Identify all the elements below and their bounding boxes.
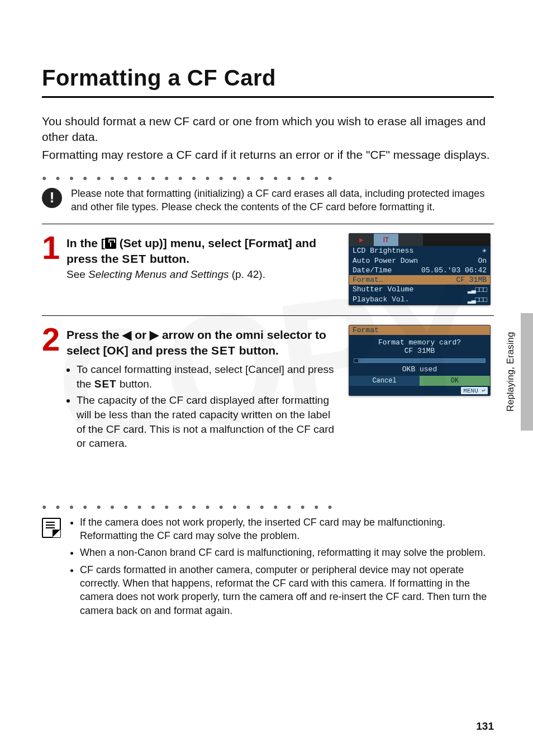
- divider-dots: ● ● ● ● ● ● ● ● ● ● ● ● ● ● ● ● ● ● ● ● …: [42, 173, 494, 182]
- lcd2-question: Format memory card?: [354, 338, 486, 347]
- intro-block: You should format a new CF card or one f…: [42, 114, 494, 163]
- step-1-body: In the [ (Set up)] menu, select [Format]…: [66, 233, 344, 305]
- step-1-sub-pre: See: [66, 268, 88, 280]
- menu-badge: MENU ↩: [461, 387, 488, 394]
- bullet1-post: button.: [117, 378, 152, 390]
- step-1-subtext: See Selecting Menus and Settings (p. 42)…: [66, 268, 337, 281]
- page-title: Formatting a CF Card: [42, 65, 494, 98]
- lcd-value: ▂▃□□□: [468, 295, 487, 304]
- warning-text: Please note that formatting (initializin…: [71, 187, 494, 214]
- step-number-2: 2: [42, 325, 62, 452]
- side-section-label-text: Replaying, Erasing: [505, 332, 516, 412]
- set-button-label: SET: [122, 252, 146, 265]
- setup-menu-icon: [105, 238, 116, 249]
- note-2: When a non-Canon brand CF card is malfun…: [80, 546, 494, 559]
- lcd-value: ☀: [482, 247, 487, 256]
- lcd-row-format: Format…CF 31MB: [349, 275, 490, 285]
- step-2-heading-mid1: or: [131, 328, 150, 341]
- lcd-value: On: [478, 257, 487, 265]
- step-2-screenshot: Format Format memory card? CF 31MB OKB u…: [349, 325, 494, 452]
- warning-block: ! Please note that formatting (initializ…: [42, 187, 494, 214]
- lcd-label: Shutter Volume: [353, 285, 413, 294]
- lcd2-size: CF 31MB: [354, 347, 486, 355]
- note-3: CF cards formatted in another camera, co…: [80, 563, 494, 617]
- lcd-row-shuttervol: Shutter Volume▂▃□□□: [349, 285, 490, 295]
- page: COPY Formatting a CF Card You should for…: [0, 0, 533, 756]
- lcd-label: Date/Time: [353, 266, 392, 275]
- side-tab: [521, 313, 533, 431]
- lcd2-used: OKB used: [354, 365, 486, 374]
- lcd-tab-setup: ᎥT: [374, 234, 398, 246]
- separator: [42, 315, 494, 316]
- lcd2-title: Format: [349, 325, 490, 335]
- lcd2-menu-hint: MENU ↩: [349, 386, 490, 395]
- divider-dots: ● ● ● ● ● ● ● ● ● ● ● ● ● ● ● ● ● ● ● ● …: [42, 502, 494, 511]
- lcd-row-datetime: Date/Time05.05.'03 06:42: [349, 266, 490, 275]
- step-number-1: 1: [42, 233, 62, 305]
- step-1-heading: In the [ (Set up)] menu, select [Format]…: [66, 235, 337, 266]
- step-2-bullet-2: The capacity of the CF card displayed af…: [77, 393, 337, 451]
- left-arrow-icon: ◀: [122, 328, 131, 341]
- lcd-value: ▂▃□□□: [468, 285, 487, 294]
- intro-paragraph-2: Formatting may restore a CF card if it r…: [42, 147, 494, 163]
- note-icon: [42, 518, 61, 538]
- step-1-sub-post: (p. 42).: [229, 268, 265, 280]
- lcd-tabs: ▶ ᎥT: [349, 234, 490, 246]
- step-1: 1 In the [ (Set up)] menu, select [Forma…: [42, 233, 494, 305]
- lcd-label: Format…: [353, 276, 383, 284]
- notes-block: If the camera does not work properly, th…: [42, 516, 494, 621]
- step-1-sub-italic: Selecting Menus and Settings: [88, 268, 229, 280]
- note-1: If the camera does not work properly, th…: [80, 516, 494, 543]
- lcd-row-playbackvol: Playback Vol.▂▃□□□: [349, 295, 490, 305]
- step-2-heading: Press the ◀ or ▶ arrow on the omni selec…: [66, 327, 337, 358]
- lcd-label: Auto Power Down: [353, 257, 418, 265]
- notes-list: If the camera does not work properly, th…: [70, 516, 494, 621]
- step-2-bullet-1: To cancel formatting instead, select [Ca…: [77, 362, 337, 391]
- lcd-tab-mycamera: [398, 234, 423, 246]
- lcd2-ok-button: OK: [420, 376, 490, 386]
- step-1-screenshot: ▶ ᎥT LCD Brightness☀ Auto Power DownOn D…: [349, 233, 494, 305]
- lcd2-buttons: Cancel OK: [349, 376, 490, 386]
- page-number: 131: [476, 720, 494, 733]
- lcd-row-autopower: Auto Power DownOn: [349, 256, 490, 266]
- set-button-label: SET: [94, 378, 117, 390]
- lcd2-cancel-button: Cancel: [349, 376, 420, 386]
- side-section-label: Replaying, Erasing: [505, 313, 516, 431]
- step-1-heading-pre: In the [: [66, 237, 105, 249]
- lcd-tab-play: ▶: [349, 234, 374, 246]
- step-2-bullets: To cancel formatting instead, select [Ca…: [66, 362, 337, 451]
- intro-paragraph-1: You should format a new CF card or one f…: [42, 114, 494, 145]
- step-2-heading-post: button.: [236, 344, 279, 357]
- step-2: 2 Press the ◀ or ▶ arrow on the omni sel…: [42, 325, 494, 452]
- lcd-format-dialog: Format Format memory card? CF 31MB OKB u…: [349, 325, 491, 396]
- lcd-label: Playback Vol.: [353, 295, 409, 304]
- lcd2-progress-bar: [354, 358, 486, 363]
- right-arrow-icon: ▶: [150, 328, 159, 341]
- lcd-value: CF 31MB: [456, 276, 487, 284]
- set-button-label: SET: [211, 344, 236, 357]
- warning-icon: !: [42, 188, 62, 208]
- step-2-heading-pre: Press the: [66, 328, 122, 341]
- lcd2-body: Format memory card? CF 31MB OKB used: [349, 335, 490, 376]
- lcd-label: LCD Brightness: [353, 247, 413, 256]
- lcd-value: 05.05.'03 06:42: [421, 266, 487, 275]
- separator: [42, 224, 494, 224]
- step-2-body: Press the ◀ or ▶ arrow on the omni selec…: [66, 325, 344, 452]
- lcd-row-brightness: LCD Brightness☀: [349, 246, 490, 256]
- lcd-setup-menu: ▶ ᎥT LCD Brightness☀ Auto Power DownOn D…: [349, 233, 491, 305]
- step-1-heading-post: button.: [146, 252, 189, 265]
